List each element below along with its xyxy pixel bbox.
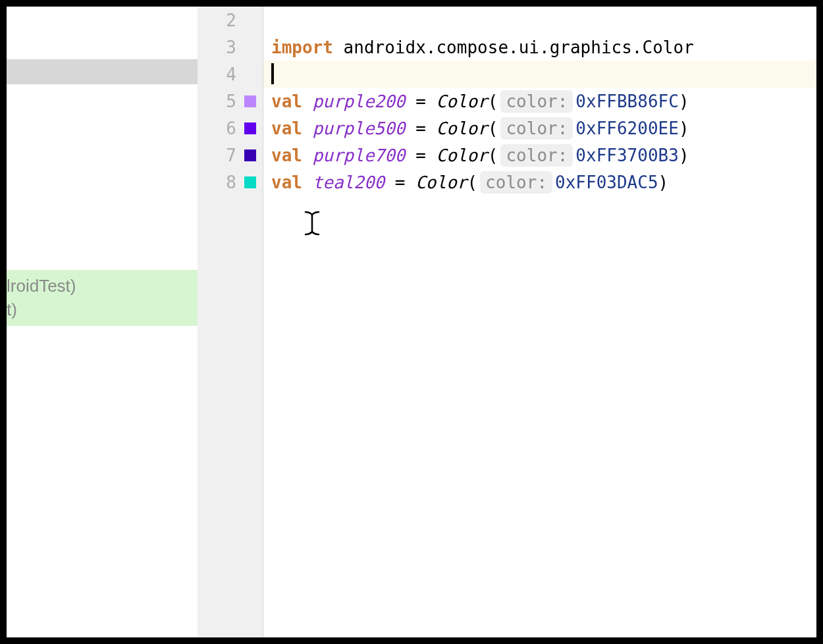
code-line[interactable]: val purple200 = Color(color:0xFFBB86FC)	[263, 88, 816, 115]
gutter-row[interactable]: 2	[198, 7, 263, 34]
side-panel-text: lroidTest)	[7, 274, 195, 298]
operator: =	[385, 173, 415, 192]
line-number: 4	[218, 65, 236, 84]
code-line[interactable]: val purple500 = Color(color:0xFF6200EE)	[263, 115, 816, 142]
paren: )	[679, 119, 689, 138]
type-name: Color	[436, 119, 487, 138]
code-line[interactable]: import androidx.compose.ui.graphics.Colo…	[263, 34, 816, 61]
param-hint: color:	[500, 144, 573, 167]
code-line-current[interactable]	[263, 61, 816, 88]
editor-window: lroidTest) t) 2 3 4 5 6 7 8	[7, 7, 816, 637]
type-name: Color	[436, 146, 487, 165]
line-number: 3	[218, 38, 236, 57]
gutter-row[interactable]: 8	[198, 169, 263, 196]
identifier: teal200	[313, 173, 385, 192]
type-name: Color	[436, 92, 487, 111]
param-hint: color:	[480, 171, 552, 194]
type-name: Color	[415, 173, 467, 192]
hex-literal: 0xFF03DAC5	[555, 173, 658, 192]
side-panel[interactable]: lroidTest) t)	[7, 7, 198, 637]
color-swatch-icon[interactable]	[244, 122, 256, 134]
line-number: 7	[218, 146, 236, 165]
keyword: val	[271, 119, 302, 138]
code-editor[interactable]: import androidx.compose.ui.graphics.Colo…	[263, 7, 816, 637]
space	[302, 119, 313, 138]
gutter-row[interactable]: 7	[198, 142, 263, 169]
color-swatch-icon[interactable]	[244, 176, 256, 188]
gutter-row[interactable]: 4	[198, 61, 263, 88]
identifier: purple200	[313, 92, 406, 111]
paren: )	[658, 173, 669, 192]
text-caret	[271, 63, 274, 84]
gutter-row[interactable]: 6	[198, 115, 263, 142]
side-panel-item-green[interactable]: lroidTest) t)	[7, 270, 198, 326]
code-line[interactable]	[263, 7, 816, 34]
line-number: 6	[218, 119, 236, 138]
space	[302, 173, 313, 192]
hex-literal: 0xFF6200EE	[575, 119, 679, 138]
operator: =	[406, 92, 437, 111]
paren: (	[467, 173, 477, 192]
space	[302, 92, 313, 111]
paren: )	[679, 146, 689, 165]
keyword: val	[271, 146, 302, 165]
identifier: purple700	[313, 146, 406, 165]
keyword: import	[271, 38, 333, 57]
code-text: androidx.compose.ui.graphics.Color	[333, 38, 694, 57]
gutter-row[interactable]: 5	[198, 88, 263, 115]
operator: =	[406, 119, 437, 138]
gutter[interactable]: 2 3 4 5 6 7 8	[198, 7, 263, 637]
line-number: 2	[218, 11, 236, 30]
gutter-row[interactable]: 3	[198, 34, 263, 61]
line-number: 5	[218, 92, 236, 111]
identifier: purple500	[313, 119, 406, 138]
keyword: val	[271, 92, 302, 111]
side-panel-item-gray[interactable]	[7, 59, 198, 84]
paren: (	[488, 119, 498, 138]
space	[302, 146, 313, 165]
param-hint: color:	[500, 90, 573, 113]
line-number: 8	[218, 173, 236, 192]
hex-literal: 0xFF3700B3	[575, 146, 679, 165]
paren: (	[488, 146, 498, 165]
color-swatch-icon[interactable]	[244, 95, 256, 107]
keyword: val	[271, 173, 302, 192]
code-line[interactable]: val purple700 = Color(color:0xFF3700B3)	[263, 142, 816, 169]
operator: =	[406, 146, 437, 165]
paren: (	[488, 92, 498, 111]
param-hint: color:	[500, 117, 573, 140]
paren: )	[679, 92, 689, 111]
hex-literal: 0xFFBB86FC	[575, 92, 679, 111]
side-panel-text: t)	[7, 298, 195, 321]
code-line[interactable]: val teal200 = Color(color:0xFF03DAC5)	[263, 169, 816, 196]
color-swatch-icon[interactable]	[244, 149, 256, 161]
